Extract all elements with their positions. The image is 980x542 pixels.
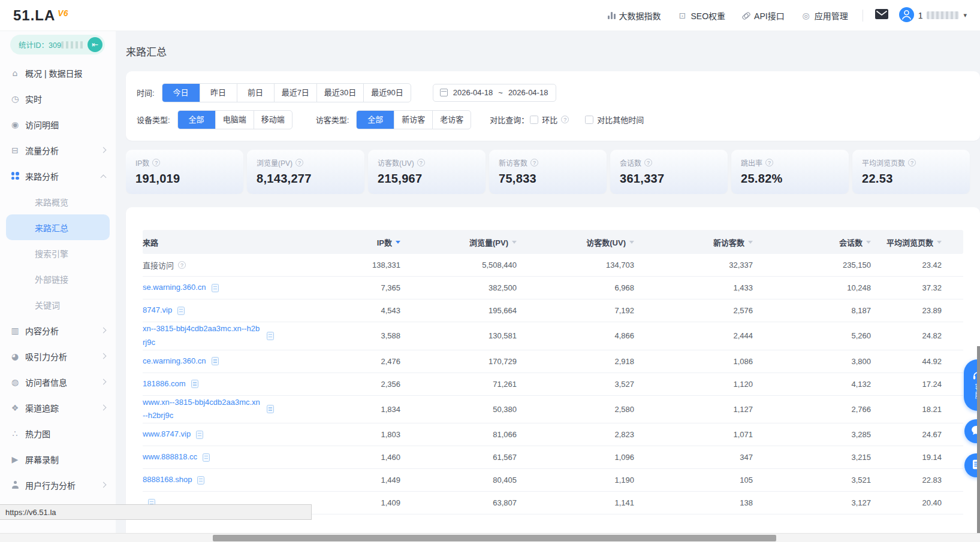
sidebar-item-screen-recording[interactable]: ▶屏幕录制 [0,446,116,472]
inbox-button[interactable] [875,9,888,22]
nav-api[interactable]: API接口 [742,10,785,22]
value-cell: 4,543 [293,306,400,315]
time-option-1[interactable]: 昨日 [200,84,237,102]
sidebar-item-content-analysis[interactable]: ▥内容分析 [0,317,116,343]
sidebar-item-external-links[interactable]: 外部链接 [0,266,116,292]
chevron-down-icon: ▾ [963,11,967,19]
sidebar-item-realtime[interactable]: ◷实时 [0,86,116,111]
sidebar-item-heatmap[interactable]: ∴热力图 [0,420,116,446]
copy-doc-icon[interactable] [212,357,219,365]
copy-doc-icon[interactable] [267,405,274,413]
value-cell: 2,918 [517,357,634,366]
user-menu[interactable]: 1 ▾ [899,7,967,24]
horizontal-scrollbar-thumb[interactable] [213,535,776,541]
device-option-1[interactable]: 电脑端 [215,111,254,129]
value-cell: 1,141 [517,498,634,507]
time-option-2[interactable]: 前日 [237,84,274,102]
source-link[interactable]: xn--3815-bbj4cdb2aa3mc.xn--h2brj9c [143,322,261,350]
time-option-5[interactable]: 最近90日 [363,84,410,102]
copy-doc-icon[interactable] [197,476,204,485]
help-icon[interactable]: ? [417,159,425,166]
device-option-2[interactable]: 移动端 [254,111,292,129]
source-cell: se.warning.360.cn [143,281,293,295]
nav-seo-weight[interactable]: ⊡SEO权重 [678,10,726,22]
avatar [899,7,914,24]
value-cell: 6,968 [517,283,634,292]
table-row: se.warning.360.cn7,365382,5006,9681,4331… [143,277,963,299]
source-link[interactable]: www.xn--3815-bbj4cdb2aa3mc.xn--h2brj9c [143,396,261,423]
compass-icon: ◉ [10,120,20,129]
copy-doc-icon[interactable] [212,284,219,292]
compare-other-time-checkbox[interactable]: 对比其他时间 [585,114,644,125]
sidebar-item-referrer-overview[interactable]: 来路概览 [0,189,116,214]
copy-doc-icon[interactable] [267,332,274,340]
source-link[interactable]: se.warning.360.cn [143,281,206,295]
help-icon[interactable]: ? [178,261,186,269]
date-range-picker[interactable]: 2026-04-18 ~ 2026-04-18 [433,84,556,102]
nav-big-data-index[interactable]: 大数据指数 [608,10,661,22]
source-link[interactable]: 181886.com [143,377,186,391]
source-link[interactable]: www.888818.cc [143,450,197,464]
help-icon[interactable]: ? [765,159,773,166]
column-header-3[interactable]: 访客数(UV) [517,237,634,248]
column-header-label: 会话数 [839,237,863,248]
column-header-1[interactable]: IP数 [293,237,400,248]
copy-doc-icon[interactable] [196,431,203,439]
filter-panel: 时间: 今日昨日前日最近7日最近30日最近90日 2026-04-18 ~ 20… [126,71,980,141]
sidebar-item-user-behavior[interactable]: 用户行为分析 [0,472,116,498]
value-cell: 138 [634,498,753,507]
sidebar-item-referrer-summary[interactable]: 来路汇总 [6,214,110,240]
sidebar-item-search-engine-label: 搜索引擎 [35,247,68,259]
visitor-option-1[interactable]: 新访客 [394,111,432,129]
checkbox-icon [530,116,538,124]
value-cell: 1,449 [293,476,400,485]
sidebar-item-referrer-analysis[interactable]: 来路分析 [0,163,116,189]
source-link[interactable]: www.8747.vip [143,428,191,441]
nav-app-manage[interactable]: ◎应用管理 [801,10,848,22]
value-cell: 23.42 [871,261,942,270]
stat-label: IP数 [135,158,149,168]
time-option-3[interactable]: 最近7日 [274,84,316,102]
value-cell: 235,150 [753,261,871,270]
time-option-4[interactable]: 最近30日 [316,84,363,102]
app-logo[interactable]: 51.LA V6 [13,7,68,24]
help-icon[interactable]: ? [908,159,916,166]
column-header-6[interactable]: 平均浏览页数 [871,237,942,248]
value-cell: 24.67 [871,430,942,439]
sidebar-item-attraction-analysis[interactable]: ◕吸引力分析 [0,343,116,369]
copy-doc-icon[interactable] [177,307,185,315]
sidebar-item-keywords[interactable]: 关键词 [0,292,116,317]
column-header-4[interactable]: 新访客数 [634,237,753,248]
sidebar-collapse-button[interactable]: ⇤ [88,37,102,52]
compare-ring-checkbox[interactable]: 环比 ? [530,114,569,125]
help-icon[interactable]: ? [295,159,303,166]
sidebar-item-traffic-analysis[interactable]: ⊟流量分析 [0,137,116,163]
copy-doc-icon[interactable] [203,453,210,462]
device-option-0[interactable]: 全部 [178,111,215,129]
sidebar-item-channel-tracking[interactable]: ❖渠道追踪 [0,395,116,420]
username-prefix: 1 [918,11,923,20]
sidebar-item-visit-details[interactable]: ◉访问明细 [0,111,116,137]
source-link[interactable]: 8747.vip [143,304,172,317]
sidebar-item-visitor-info[interactable]: ◍访问者信息 [0,369,116,395]
help-icon[interactable]: ? [644,159,652,166]
source-link[interactable]: 8888168.shop [143,473,192,487]
table-header-row: 来路IP数浏览量(PV)访客数(UV)新访客数会话数平均浏览页数 [143,230,963,254]
source-link[interactable]: ce.warning.360.cn [143,355,206,368]
value-cell: 61,567 [400,453,517,462]
time-option-0[interactable]: 今日 [162,84,200,102]
help-icon[interactable]: ? [152,159,160,166]
sidebar-item-search-engine[interactable]: 搜索引擎 [0,240,116,266]
vertical-scrollbar-thumb[interactable] [977,346,980,533]
visitor-option-0[interactable]: 全部 [357,111,394,129]
column-header-5[interactable]: 会话数 [753,237,871,248]
help-icon[interactable]: ? [561,116,569,123]
sidebar-item-overview-daily[interactable]: ⌂概况 | 数据日报 [0,60,116,86]
column-header-2[interactable]: 浏览量(PV) [400,237,517,248]
column-header-label: 平均浏览页数 [886,237,933,248]
stat-value: 75,833 [499,172,597,186]
copy-doc-icon[interactable] [191,380,198,388]
help-icon[interactable]: ? [530,159,538,166]
visitor-option-2[interactable]: 老访客 [432,111,471,129]
stat-label: 会话数 [620,158,641,168]
